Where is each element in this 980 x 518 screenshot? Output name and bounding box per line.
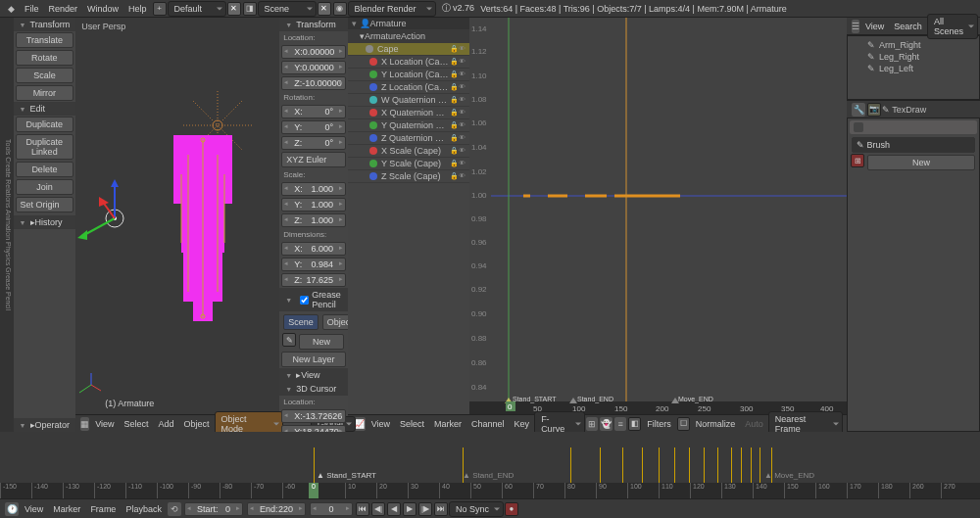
menu-render[interactable]: Render xyxy=(44,2,83,16)
vp-menu-object[interactable]: Object xyxy=(179,417,215,431)
gp-header[interactable]: Grease Pencil xyxy=(279,288,348,311)
outliner-mode-dropdown[interactable]: All Scenes xyxy=(927,14,978,39)
properties-type-icon[interactable]: 🔧 xyxy=(852,103,865,117)
channel-row[interactable]: W Quaternion Rotation (Cape)🔒👁 xyxy=(348,94,469,107)
tree-item[interactable]: ✎Leg_Left xyxy=(867,64,977,73)
channel-toggles[interactable]: 🔒👁 xyxy=(450,172,466,180)
channel-row[interactable]: Y Scale (Cape)🔒👁 xyxy=(348,158,469,170)
marker-stand-start[interactable]: ▲ Stand_START xyxy=(317,471,376,480)
viewport-3d[interactable]: User Persp xyxy=(75,18,279,414)
vp-menu-select[interactable]: Select xyxy=(120,417,154,431)
dim-y-field[interactable]: Y:0.984 xyxy=(281,258,346,271)
channel-group-header[interactable]: ▾ 👤 Armature xyxy=(348,18,469,30)
mirror-button[interactable]: Mirror xyxy=(16,85,74,101)
ge-menu-view[interactable]: View xyxy=(367,417,395,431)
marker-stand-end[interactable]: ▲ Stand_END xyxy=(463,471,514,480)
keyframe-next-icon[interactable]: |▶ xyxy=(418,502,432,516)
screen-add-icon[interactable]: + xyxy=(153,2,167,16)
n-cursor-header[interactable]: 3D Cursor xyxy=(279,382,348,396)
cursor-y-field[interactable]: Y:18.24470 xyxy=(281,425,346,432)
brush-name-field[interactable]: ✎ Brush xyxy=(852,137,975,153)
channel-toggles[interactable]: 🔒👁 xyxy=(450,109,466,117)
scene-browse-icon[interactable]: ◨ xyxy=(243,2,257,16)
cursor-x-field[interactable]: X:-13.72626 xyxy=(281,409,346,423)
n-transform-header[interactable]: Transform xyxy=(279,18,348,31)
graph-editor[interactable]: 0.820.840.86 0.880.900.92 0.940.960.98 1… xyxy=(469,18,847,414)
ge-menu-key[interactable]: Key xyxy=(510,417,535,431)
tl-menu-view[interactable]: View xyxy=(20,502,48,516)
gp-draw-icon[interactable]: ✎ xyxy=(282,333,296,347)
editor-type-icon[interactable]: ▦ xyxy=(80,417,89,431)
filters-toggle[interactable]: ◧ xyxy=(628,417,641,431)
rot-z-field[interactable]: Z:0° xyxy=(281,136,346,150)
panel-transform-header[interactable]: Transform xyxy=(14,18,76,31)
gp-scene-button[interactable]: Scene xyxy=(283,314,318,330)
loc-x-field[interactable]: X:0.00000 xyxy=(281,45,346,59)
play-icon[interactable]: ▶ xyxy=(403,502,416,516)
tl-menu-frame[interactable]: Frame xyxy=(85,502,121,516)
set-origin-button[interactable]: Set Origin xyxy=(16,197,74,212)
out-menu-search[interactable]: Search xyxy=(889,20,927,33)
tool-tabs[interactable]: Tools Create Relations Animation Physics… xyxy=(0,18,14,432)
ge-menu-marker[interactable]: Marker xyxy=(429,417,466,431)
channel-row[interactable]: Cape🔒👁 xyxy=(348,43,469,56)
channel-toggles[interactable]: 🔒👁 xyxy=(450,121,466,129)
scene-dropdown[interactable]: Scene xyxy=(258,1,317,17)
ge-tool1[interactable]: ⊞ xyxy=(586,417,599,431)
gp-new-button[interactable]: New xyxy=(299,334,344,350)
tree-item[interactable]: ✎Leg_Right xyxy=(867,52,977,62)
start-frame-field[interactable]: Start:0 xyxy=(184,502,243,516)
current-frame-field[interactable]: 0 xyxy=(310,502,353,516)
channel-row[interactable]: Z Location (Cape)🔒👁 xyxy=(348,81,469,94)
channel-row[interactable]: Y Location (Cape)🔒👁 xyxy=(348,69,469,81)
channel-row[interactable]: Y Quaternion Rotation (Cape)🔒👁 xyxy=(348,119,469,132)
translate-button[interactable]: Translate xyxy=(16,32,74,48)
gp-new-layer-button[interactable]: New Layer xyxy=(281,352,346,367)
jump-start-icon[interactable]: ⏮ xyxy=(356,502,369,516)
channel-row[interactable]: X Location (Cape)🔒👁 xyxy=(348,56,469,69)
end-frame-field[interactable]: End:220 xyxy=(247,502,306,516)
autokey-icon[interactable]: ● xyxy=(505,502,518,516)
vp-menu-add[interactable]: Add xyxy=(154,417,179,431)
outliner-type-icon[interactable]: ☰ xyxy=(852,20,859,33)
menu-help[interactable]: Help xyxy=(123,2,152,16)
tree-item[interactable]: ✎Arm_Right xyxy=(867,40,977,50)
sync-dropdown[interactable]: No Sync xyxy=(449,501,504,517)
channel-toggles[interactable]: 🔒👁 xyxy=(450,83,466,91)
duplicate-linked-button[interactable]: Duplicate Linked xyxy=(16,134,74,160)
scene-delete[interactable]: ✕ xyxy=(318,2,331,16)
timeline-ruler[interactable]: -150-140 -130-120 -110-100 -90-80 -70-60… xyxy=(0,483,980,498)
channel-toggles[interactable]: 🔒👁 xyxy=(450,58,466,66)
channel-toggles[interactable]: 🔒👁 xyxy=(450,160,466,167)
dopesheet-timeline[interactable]: ▲ Stand_START ▲ Stand_END ▲ Move_END -15… xyxy=(0,432,980,498)
ge-tool3[interactable]: ≡ xyxy=(614,417,627,431)
dopesheet-ruler[interactable]: ▲ Stand_START ▲ Stand_END ▲ Move_END xyxy=(0,432,980,483)
duplicate-button[interactable]: Duplicate xyxy=(16,117,74,132)
keyframe-prev-icon[interactable]: ◀| xyxy=(371,502,385,516)
marker-move-end[interactable]: ▲ Move_END xyxy=(764,471,814,480)
gp-object-button[interactable]: Object xyxy=(322,314,348,330)
context-render-icon[interactable]: 📷 xyxy=(867,103,881,117)
out-menu-view[interactable]: View xyxy=(860,20,889,33)
graph-canvas[interactable]: 0.820.840.86 0.880.900.92 0.940.960.98 1… xyxy=(469,18,847,414)
rotate-button[interactable]: Rotate xyxy=(16,50,74,66)
layout-delete[interactable]: ✕ xyxy=(227,2,241,16)
channel-row[interactable]: X Quaternion Rotation (Cape)🔒👁 xyxy=(348,107,469,119)
menu-file[interactable]: File xyxy=(20,2,44,16)
panel-history-header[interactable]: ▸ History xyxy=(14,215,76,229)
tl-menu-playback[interactable]: Playback xyxy=(121,502,167,516)
loc-y-field[interactable]: Y:0.00000 xyxy=(281,61,346,74)
tl-menu-marker[interactable]: Marker xyxy=(48,502,85,516)
rotation-mode-dropdown[interactable]: XYZ Euler xyxy=(281,152,346,167)
action-row[interactable]: ▾ ArmatureAction xyxy=(348,30,469,43)
rot-y-field[interactable]: Y:0° xyxy=(281,120,346,134)
channel-toggles[interactable]: 🔒👁 xyxy=(450,45,466,53)
tex-browse-icon[interactable]: ⊞ xyxy=(851,154,864,167)
tl-range-icon[interactable]: ⟲ xyxy=(168,502,181,516)
delete-button[interactable]: Delete xyxy=(16,162,74,177)
vp-menu-view[interactable]: View xyxy=(90,417,119,431)
layout-dropdown[interactable]: Default xyxy=(168,1,226,17)
dim-x-field[interactable]: X:6.000 xyxy=(281,242,346,256)
menu-window[interactable]: Window xyxy=(82,2,123,16)
normalize-toggle[interactable]: ☐ xyxy=(677,417,690,431)
